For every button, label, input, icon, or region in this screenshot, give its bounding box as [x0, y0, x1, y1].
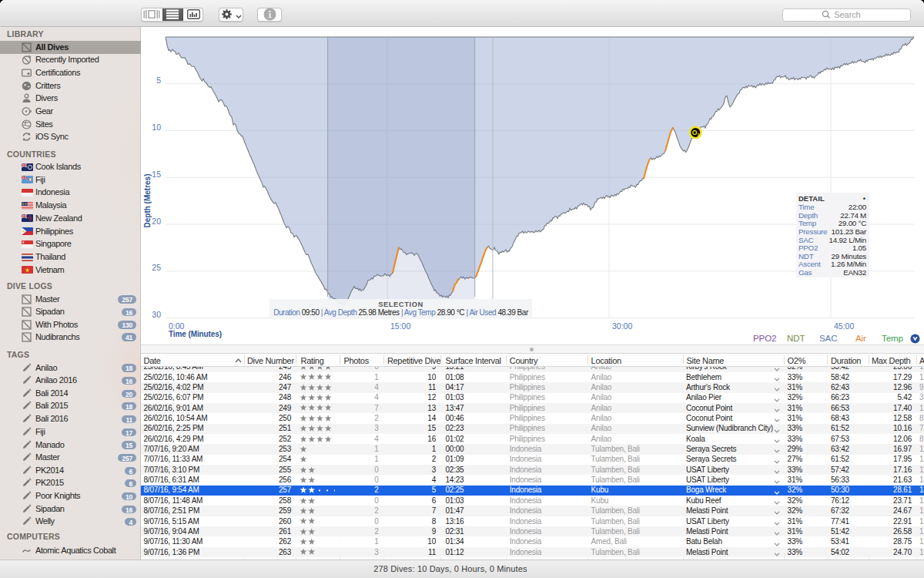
- svg-text:2: 2: [698, 133, 700, 137]
